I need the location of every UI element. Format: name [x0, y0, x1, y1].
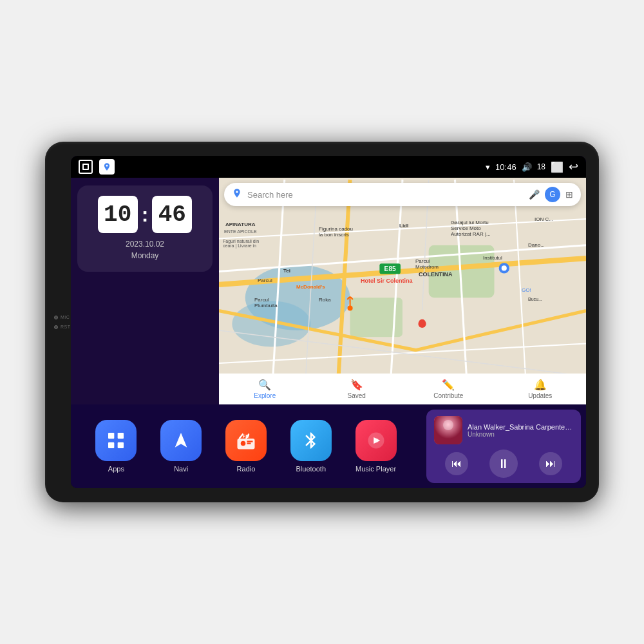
- map-label-hotel: Hotel Sir Colentina: [361, 278, 413, 284]
- map-tab-explore[interactable]: 🔍 Explore: [219, 379, 311, 399]
- map-search-bar[interactable]: Search here 🎤 G ⊞: [224, 183, 581, 206]
- clock-date: 2023.10.02 Monday: [126, 238, 164, 261]
- map-label-bucuresti: Bucu...: [528, 297, 542, 301]
- contribute-label: Contribute: [433, 392, 463, 399]
- bluetooth-app-item[interactable]: Bluetooth: [290, 420, 332, 473]
- explore-label: Explore: [254, 392, 276, 399]
- screen-bezel: ▾ 10:46 🔊 18 ⬜ ↩ 10 : 46: [71, 156, 586, 488]
- app-icons-panel: Apps Navi: [71, 404, 421, 488]
- car-unit: MIC RST: [45, 142, 599, 502]
- np-title: Alan Walker_Sabrina Carpenter_F...: [468, 423, 573, 431]
- clock-hours: 10: [98, 196, 138, 233]
- map-label-tei: Tei: [283, 268, 290, 274]
- side-buttons: MIC RST: [54, 315, 71, 329]
- svg-text:E85: E85: [384, 265, 396, 272]
- music-player-app-item[interactable]: Music Player: [355, 420, 397, 473]
- next-button[interactable]: ⏭: [539, 452, 562, 475]
- map-search-right: 🎤 G ⊞: [529, 187, 573, 202]
- updates-label: Updates: [528, 392, 552, 399]
- prev-button[interactable]: ⏮: [445, 452, 468, 475]
- mic-button[interactable]: MIC: [54, 315, 71, 319]
- map-search-placeholder: Search here: [247, 190, 524, 200]
- apps-label: Apps: [108, 465, 124, 473]
- contribute-icon: ✏️: [442, 379, 455, 391]
- apps-app-item[interactable]: Apps: [95, 420, 137, 473]
- mic-dot: [54, 316, 58, 319]
- rst-button[interactable]: RST: [54, 325, 71, 329]
- apps-icon: [95, 420, 137, 461]
- back-button[interactable]: ↩: [569, 160, 578, 174]
- svg-point-8: [502, 265, 507, 270]
- map-panel[interactable]: E85: [219, 178, 586, 404]
- radio-icon: FM: [225, 420, 267, 461]
- map-layers-icon[interactable]: ⊞: [565, 189, 573, 200]
- map-label-motodrom: ParculMotodrom: [415, 258, 439, 270]
- map-label-dano: Dano...: [528, 242, 545, 248]
- android-screen: ▾ 10:46 🔊 18 ⬜ ↩ 10 : 46: [71, 156, 586, 488]
- music-player-icon: [355, 420, 397, 461]
- main-content: 10 : 46 2023.10.02 Monday: [71, 178, 586, 404]
- saved-label: Saved: [348, 392, 366, 399]
- home-icon: [82, 164, 89, 170]
- svg-rect-17: [237, 439, 254, 450]
- navi-label: Navi: [174, 465, 188, 473]
- map-label-apicole: ENTE APICOLE: [224, 229, 257, 234]
- map-tab-updates[interactable]: 🔔 Updates: [495, 379, 587, 399]
- home-button[interactable]: [79, 160, 93, 174]
- radio-app-item[interactable]: FM Radio: [225, 420, 267, 473]
- album-art-image: [434, 416, 462, 444]
- radio-label: Radio: [237, 465, 256, 473]
- svg-rect-13: [118, 433, 124, 439]
- map-label-institutul: Institutul: [483, 255, 502, 261]
- account-icon[interactable]: G: [545, 187, 560, 202]
- bluetooth-label: Bluetooth: [296, 465, 326, 473]
- np-controls: ⏮ ⏸ ⏭: [434, 450, 573, 478]
- explore-icon: 🔍: [258, 379, 271, 391]
- window-icon[interactable]: ⬜: [551, 161, 564, 173]
- np-artist: Unknown: [468, 431, 573, 438]
- album-art: [434, 416, 462, 444]
- map-tab-saved[interactable]: 🔖 Saved: [311, 379, 403, 399]
- status-bar-left: [79, 159, 115, 175]
- svg-marker-16: [175, 433, 187, 448]
- bluetooth-icon: [290, 420, 332, 461]
- map-tab-contribute[interactable]: ✏️ Contribute: [402, 379, 495, 399]
- updates-icon: 🔔: [534, 379, 547, 391]
- np-top: Alan Walker_Sabrina Carpenter_F... Unkno…: [434, 416, 573, 444]
- clock-display: 10 : 46: [98, 196, 193, 233]
- map-label-apinatura: APINATURA: [225, 222, 256, 227]
- map-label-ion: ION C...: [535, 216, 553, 222]
- svg-rect-15: [118, 442, 124, 448]
- clock-colon: :: [142, 203, 149, 227]
- map-label-colentina: COLENTINA: [419, 271, 453, 278]
- map-label-mcdonalds: McDonald's: [296, 284, 325, 290]
- map-label-figurina: Figurina cadoula bon inscris: [319, 226, 353, 238]
- svg-point-27: [443, 420, 453, 430]
- map-pin-icon: [232, 188, 242, 201]
- play-pause-button[interactable]: ⏸: [489, 450, 518, 478]
- map-label-plumbuita: ParculPlumbuita: [254, 297, 278, 308]
- svg-point-11: [419, 319, 425, 326]
- status-bar: ▾ 10:46 🔊 18 ⬜ ↩: [71, 156, 586, 178]
- rst-dot: [54, 325, 58, 329]
- navi-icon: [160, 420, 202, 461]
- maps-icon[interactable]: [99, 159, 115, 175]
- map-label-garajul: Garajul lui MortuService MotoAutorizat R…: [451, 220, 491, 237]
- map-label-roka: Roka: [319, 297, 331, 303]
- map-bottom-tabs: 🔍 Explore 🔖 Saved ✏️ Contribute 🔔: [219, 374, 586, 404]
- svg-rect-12: [108, 433, 114, 439]
- voice-search-icon[interactable]: 🎤: [529, 189, 540, 200]
- svg-rect-14: [108, 442, 114, 448]
- map-label-parcul-tei: Parcul: [258, 278, 272, 283]
- navi-app-item[interactable]: Navi: [160, 420, 202, 473]
- status-time: 10:46: [495, 162, 516, 172]
- bottom-section: Apps Navi: [71, 404, 586, 488]
- map-label-faguri: Faguri naturali dinceara | Livrare in: [223, 239, 259, 248]
- svg-point-18: [241, 441, 246, 446]
- svg-point-25: [374, 438, 379, 443]
- wifi-icon: ▾: [486, 162, 490, 172]
- saved-icon: 🔖: [350, 379, 363, 391]
- rst-label: RST: [61, 325, 71, 329]
- now-playing-panel: Alan Walker_Sabrina Carpenter_F... Unkno…: [426, 410, 581, 483]
- music-player-label: Music Player: [355, 465, 396, 473]
